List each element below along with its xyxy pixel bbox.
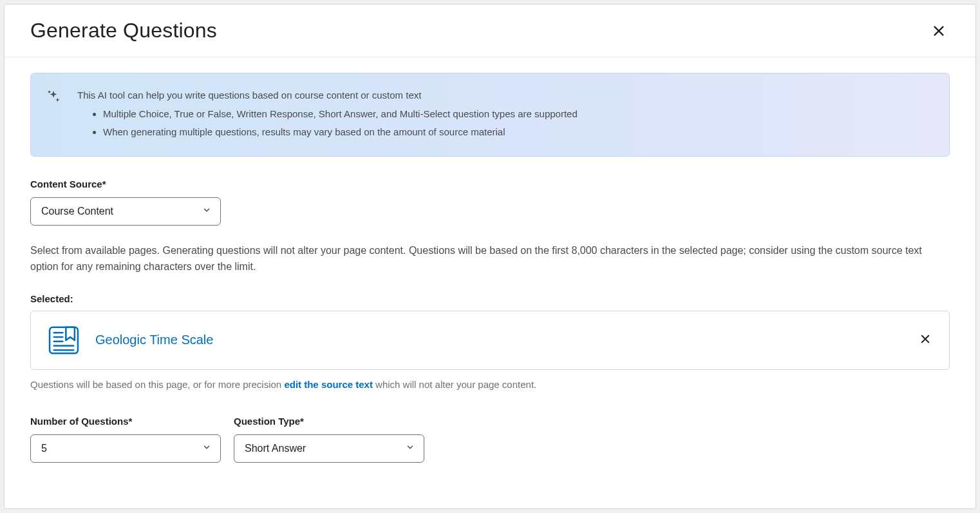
ai-info-banner: This AI tool can help you write question… xyxy=(30,73,950,157)
question-type-select-button[interactable]: Short Answer xyxy=(234,434,424,463)
content-source-select[interactable]: Course Content xyxy=(30,197,221,226)
content-source-value: Course Content xyxy=(41,206,113,217)
question-type-value: Short Answer xyxy=(245,443,306,454)
question-type-select[interactable]: Short Answer xyxy=(234,434,424,463)
banner-bullet: When generating multiple questions, resu… xyxy=(103,124,578,139)
num-questions-select[interactable]: 5 xyxy=(30,434,221,463)
content-source-select-button[interactable]: Course Content xyxy=(30,197,221,226)
selected-footnote: Questions will be based on this page, or… xyxy=(30,379,950,390)
selected-page-link[interactable]: Geologic Time Scale xyxy=(95,333,903,347)
num-questions-select-button[interactable]: 5 xyxy=(30,434,221,463)
chevron-down-icon xyxy=(202,443,211,454)
dialog-title: Generate Questions xyxy=(30,19,217,43)
close-button[interactable] xyxy=(928,20,950,42)
edit-source-text-link[interactable]: edit the source text xyxy=(284,379,373,390)
close-icon xyxy=(932,24,946,38)
dialog-body: This AI tool can help you write question… xyxy=(5,57,975,481)
question-type-label: Question Type* xyxy=(234,416,424,427)
content-source-label: Content Source* xyxy=(30,179,950,189)
selected-label: Selected: xyxy=(30,293,950,304)
chevron-down-icon xyxy=(406,443,415,454)
banner-bullet: Multiple Choice, True or False, Written … xyxy=(103,106,578,121)
num-questions-value: 5 xyxy=(41,443,47,454)
banner-text: This AI tool can help you write question… xyxy=(77,88,578,142)
close-icon xyxy=(919,333,931,345)
remove-selected-button[interactable] xyxy=(917,331,934,349)
chevron-down-icon xyxy=(202,206,211,217)
generate-questions-dialog: Generate Questions This AI tool can help… xyxy=(4,4,976,509)
content-source-help: Select from available pages. Generating … xyxy=(30,242,950,275)
question-options-row: Number of Questions* 5 Question Type* Sh… xyxy=(30,416,950,463)
sparkle-icon xyxy=(46,89,61,103)
selected-page-card: Geologic Time Scale xyxy=(30,311,950,370)
page-bookmark-icon xyxy=(46,323,81,358)
banner-intro: This AI tool can help you write question… xyxy=(77,88,578,102)
dialog-header: Generate Questions xyxy=(5,5,975,57)
num-questions-label: Number of Questions* xyxy=(30,416,221,427)
